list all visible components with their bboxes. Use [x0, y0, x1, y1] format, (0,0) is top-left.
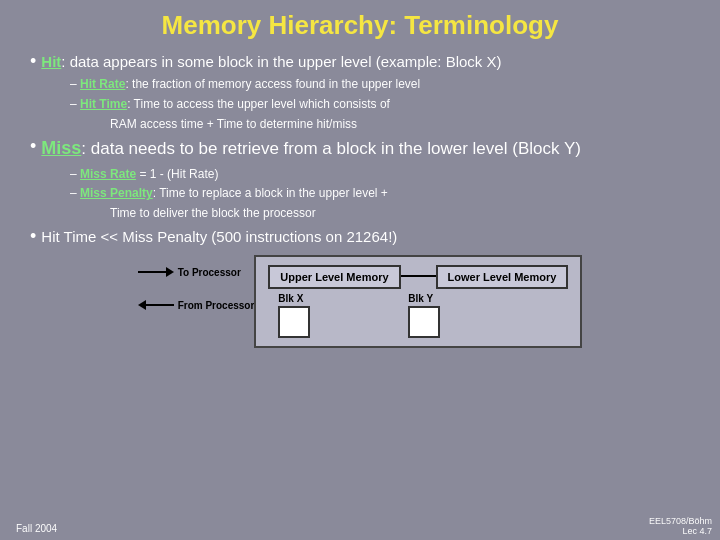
slide-title: Memory Hierarchy: Terminology	[30, 10, 690, 41]
bullet-dot-2: •	[30, 136, 36, 157]
blk-x-box	[278, 306, 310, 338]
miss-text: : data needs to be retrieve from a block…	[81, 139, 581, 158]
hit-rate-text: : the fraction of memory access found in…	[125, 77, 420, 91]
hit-time-keyword: Hit Time	[80, 97, 127, 111]
to-proc-arrow	[138, 267, 174, 277]
diagram-area: To Processor From Processor Upper Level …	[30, 255, 690, 348]
lower-mem-label: Lower Level Memory	[448, 271, 557, 283]
proc-labels: To Processor From Processor	[138, 255, 255, 311]
to-processor-label: To Processor	[178, 267, 241, 278]
blk-y-section: Blk Y	[398, 293, 440, 338]
miss-penalty-keyword: Miss Penalty	[80, 186, 153, 200]
bullet-hittime-content: Hit Time << Miss Penalty (500 instructio…	[41, 226, 690, 247]
lecture-label: Lec 4.7	[649, 526, 712, 536]
bullet-hittime: • Hit Time << Miss Penalty (500 instruct…	[30, 226, 690, 247]
main-diagram-box: Upper Level Memory Lower Level Memory	[254, 255, 582, 348]
upper-mem-label: Upper Level Memory	[280, 271, 388, 283]
blk-x-section: Blk X	[268, 293, 310, 338]
hit-keyword: Hit	[41, 53, 61, 70]
connector-area	[401, 265, 436, 277]
sub-hit-time: – Hit Time: Time to access the upper lev…	[70, 96, 690, 113]
sub-hit-time-detail: RAM access time + Time to determine hit/…	[110, 116, 690, 133]
bullet-miss-text: Miss: data needs to be retrieve from a b…	[41, 139, 581, 158]
blk-y-label: Blk Y	[408, 293, 433, 304]
hit-time-text: : Time to access the upper level which c…	[127, 97, 390, 111]
bullet-hit-content: Hit: data appears in some block in the u…	[41, 51, 690, 72]
semester-label: Fall 2004	[16, 523, 57, 534]
lower-level-memory-box: Lower Level Memory	[436, 265, 569, 289]
from-proc-line	[146, 304, 174, 306]
bullet-miss-content: Miss: data needs to be retrieve from a b…	[41, 136, 690, 161]
diagram-container: To Processor From Processor Upper Level …	[138, 255, 583, 348]
bullet-hit: • Hit: data appears in some block in the…	[30, 51, 690, 72]
bottom-bar: EEL5708/Böhm Lec 4.7	[649, 516, 712, 536]
hit-text: : data appears in some block in the uppe…	[61, 53, 501, 70]
miss-rate-keyword: Miss Rate	[80, 167, 136, 181]
bullet-dot-1: •	[30, 51, 36, 72]
diagram-bottom-row: Blk X Blk Y	[268, 293, 568, 338]
miss-rate-eq: = 1 - (Hit Rate)	[136, 167, 218, 181]
slide: Memory Hierarchy: Terminology • Hit: dat…	[0, 0, 720, 540]
to-proc-line	[138, 271, 166, 273]
to-processor-row: To Processor	[138, 267, 255, 278]
hit-rate-keyword: Hit Rate	[80, 77, 125, 91]
course-label: EEL5708/Böhm	[649, 516, 712, 526]
sub-hit-rate: – Hit Rate: the fraction of memory acces…	[70, 76, 690, 93]
from-processor-label: From Processor	[178, 300, 255, 311]
diagram-top-row: Upper Level Memory Lower Level Memory	[268, 265, 568, 289]
from-processor-row: From Processor	[138, 300, 255, 311]
from-proc-arrowhead	[138, 300, 146, 310]
sub-miss-penalty: – Miss Penalty: Time to replace a block …	[70, 185, 690, 202]
bullet-dot-3: •	[30, 226, 36, 247]
miss-keyword: Miss	[41, 138, 81, 158]
sub-miss-penalty-detail: Time to deliver the block the processor	[110, 205, 690, 222]
to-proc-arrowhead	[166, 267, 174, 277]
bullet-hittime-text: Hit Time << Miss Penalty (500 instructio…	[41, 228, 397, 245]
miss-penalty-text: : Time to replace a block in the upper l…	[153, 186, 388, 200]
connector-h-line	[401, 275, 436, 277]
upper-level-memory-box: Upper Level Memory	[268, 265, 400, 289]
blk-y-box	[408, 306, 440, 338]
from-proc-arrow	[138, 300, 174, 310]
blk-x-label: Blk X	[278, 293, 303, 304]
sub-miss-rate: – Miss Rate = 1 - (Hit Rate)	[70, 166, 690, 183]
bullet-miss: • Miss: data needs to be retrieve from a…	[30, 136, 690, 161]
bullet-hit-text: Hit: data appears in some block in the u…	[41, 53, 501, 70]
